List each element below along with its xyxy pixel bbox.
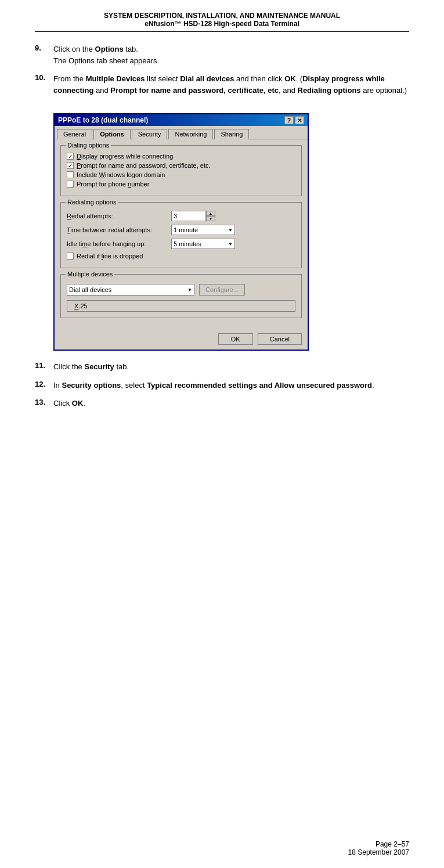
checkbox-prompt-phone-label: Prompt for phone number [77,181,149,188]
step-9-content: Click on the Options tab. The Options ta… [53,44,409,66]
x25-label: X.25 [74,302,88,309]
dialog-close-button[interactable]: ✕ [295,116,304,124]
time-between-row: Time between redial attempts: 1 minute ▼ [67,225,295,235]
idle-time-row: Idle time before hanging up: 5 minutes ▼ [67,239,295,249]
spin-up-arrow[interactable]: ▲ [206,211,215,216]
step-13: 13. Click OK. [35,398,409,409]
dialog-footer: OK Cancel [55,330,308,350]
checkbox-redial-dropped: Redial if line is dropped [67,253,295,260]
step-12: 12. In Security options, select Typical … [35,380,409,391]
page-footer: Page 2–57 18 September 2007 [348,840,409,856]
tab-networking[interactable]: Networking [168,129,213,139]
idle-time-dropdown[interactable]: 5 minutes ▼ [171,239,235,249]
step-11: 11. Click the Security tab. [35,361,409,373]
tab-security[interactable]: Security [132,129,168,139]
tab-general[interactable]: General [57,129,92,139]
redial-attempts-arrows: ▲ ▼ [206,211,215,221]
checkbox-prompt-name-box[interactable] [67,162,74,169]
redial-attempts-spinbox: 3 ▲ ▼ [171,211,215,221]
step-10-content: From the Multiple Devices list select Di… [53,73,409,96]
checkbox-prompt-name: Prompt for name and password, certificat… [67,162,295,169]
redialing-options-section: Redialing options Redial attempts: 3 ▲ ▼ [60,202,302,268]
tab-options[interactable]: Options [93,129,131,139]
x25-button[interactable]: X.25 [67,300,295,312]
checkbox-prompt-name-label: Prompt for name and password, certificat… [77,162,211,169]
checkbox-display-progress-label: Display progress while connecting [77,153,173,160]
time-between-arrow: ▼ [228,228,233,233]
devices-dropdown-value: Dial all devices [69,286,111,293]
idle-time-label: Idle time before hanging up: [67,240,171,247]
tab-sharing[interactable]: Sharing [214,129,249,139]
dialog-tabs: General Options Security Networking Shar… [55,126,308,139]
checkbox-windows-logon: Include Windows logon domain [67,171,295,178]
redial-attempts-input[interactable]: 3 [171,211,206,221]
step-10: 10. From the Multiple Devices list selec… [35,73,409,96]
step-11-content: Click the Security tab. [53,361,409,373]
step-9: 9. Click on the Options tab. The Options… [35,44,409,66]
header-line2: eNfusion™ HSD-128 High-speed Data Termin… [35,20,409,28]
checkbox-prompt-phone-box[interactable] [67,181,74,188]
time-between-label: Time between redial attempts: [67,226,171,233]
page-date: 18 September 2007 [348,848,409,856]
step-13-number: 13. [35,398,53,406]
multiple-devices-section: Multiple devices Dial all devices ▼ Conf… [60,274,302,318]
checkbox-windows-logon-box[interactable] [67,171,74,178]
page-number: Page 2–57 [348,840,409,848]
devices-dropdown[interactable]: Dial all devices ▼ [67,284,194,296]
spin-down-arrow[interactable]: ▼ [206,216,215,221]
dialog-titlebar: PPPoE to 28 (dual channel) ? ✕ [55,114,308,126]
time-between-dropdown[interactable]: 1 minute ▼ [171,225,235,235]
checkbox-display-progress-box[interactable] [67,153,74,160]
dialog-help-button[interactable]: ? [284,116,294,124]
dialing-options-section: Dialing options Display progress while c… [60,145,302,196]
page-wrapper: SYSTEM DESCRIPTION, INSTALLATION, AND MA… [0,0,444,868]
step-9-number: 9. [35,44,53,52]
idle-time-value: 5 minutes [174,240,201,247]
step-11-number: 11. [35,361,53,370]
multiple-devices-row: Dial all devices ▼ Configure... [67,282,295,296]
ok-button[interactable]: OK [218,333,253,345]
checkbox-windows-logon-label: Include Windows logon domain [77,171,165,178]
checkbox-display-progress: Display progress while connecting [67,153,295,160]
configure-button[interactable]: Configure... [199,284,245,296]
dialing-options-label: Dialing options [66,142,111,149]
dialog-titlebar-buttons: ? ✕ [284,116,304,124]
step-12-content: In Security options, select Typical reco… [53,380,409,391]
step-9-sub: The Options tab sheet appears. [53,56,159,65]
cancel-button[interactable]: Cancel [258,333,302,345]
page-header: SYSTEM DESCRIPTION, INSTALLATION, AND MA… [35,12,409,32]
devices-dropdown-arrow: ▼ [187,287,192,293]
multiple-devices-label: Multiple devices [66,271,114,278]
dialog-container: PPPoE to 28 (dual channel) ? ✕ General O… [53,113,309,351]
header-line1: SYSTEM DESCRIPTION, INSTALLATION, AND MA… [35,12,409,20]
idle-time-arrow: ▼ [228,242,233,247]
redial-attempts-label: Redial attempts: [67,213,171,219]
dialog-body: Dialing options Display progress while c… [55,139,308,330]
x25-button-wrapper: X.25 [67,300,295,312]
step-13-content: Click OK. [53,398,409,409]
checkbox-redial-dropped-label: Redial if line is dropped [77,253,143,260]
redialing-options-label: Redialing options [66,199,118,206]
dialog-title: PPPoE to 28 (dual channel) [58,116,148,124]
time-between-value: 1 minute [174,226,198,233]
redial-attempts-row: Redial attempts: 3 ▲ ▼ [67,211,295,221]
dialog-window: PPPoE to 28 (dual channel) ? ✕ General O… [53,113,309,351]
step-10-number: 10. [35,73,53,82]
checkbox-prompt-phone: Prompt for phone number [67,181,295,188]
checkbox-redial-dropped-box[interactable] [67,253,74,260]
step-12-number: 12. [35,380,53,388]
